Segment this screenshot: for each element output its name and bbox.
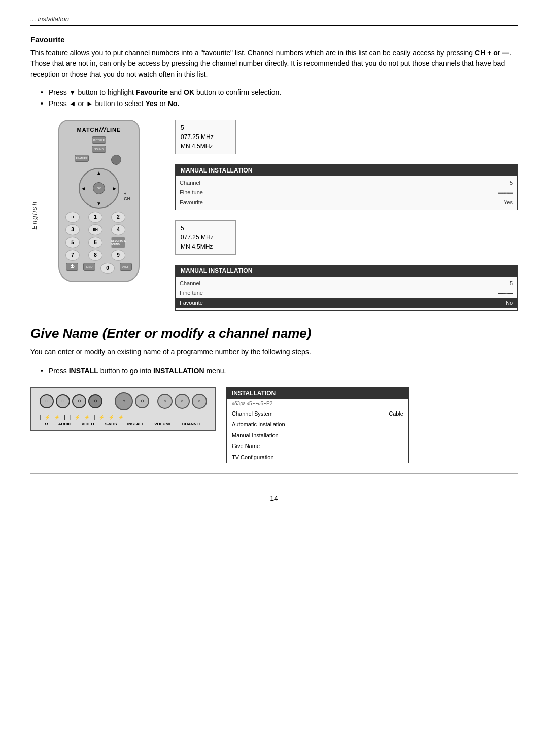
freq-2: 077.25 MHz [181,233,230,242]
btn-1[interactable]: 1 [88,212,102,223]
finetune-label: Fine tune [180,189,203,196]
btn-eh[interactable]: EH [88,224,102,235]
body-text-1: This feature allows you to put channel n… [30,49,511,78]
tv-btn-5[interactable]: ○ [115,392,133,410]
breadcrumb: ... installation [30,15,518,23]
channel-system-value: Cable [389,409,403,419]
feature-btn[interactable]: FEATURE [75,155,89,162]
svhs-label: S-VHS [105,422,117,426]
channel-connector: ⚡ [118,415,124,420]
audio-connector2: ⚡ [54,415,60,420]
btn-0[interactable]: 0 [100,263,115,274]
finetune-label-2: Fine tune [180,289,203,297]
menu-panel-1: MANUAL INSTALLATION Channel 5 Fine tune … [175,164,518,210]
sep2: | [70,415,71,420]
favourite-bold: Favourite [136,88,168,96]
sep3: | [94,415,95,420]
btn-ach[interactable]: A/CH [120,263,132,271]
tv-btn-6[interactable]: ⊙ [135,394,149,408]
bullet-item-1: Press ▼ button to highlight Favourite an… [41,87,518,98]
section-title: Favourite [30,35,518,44]
menu-row-channel-2: Channel 5 [176,279,517,288]
btn-6[interactable]: 6 [88,237,102,248]
menu-row-favourite2: Favourite No [176,298,517,308]
screen-group-1: 5 077.25 MHz MN 4.5MHz [175,120,518,154]
menu-row-channel: Channel 5 [176,178,517,188]
tv-btn-9[interactable]: ○ [192,394,207,409]
left-arrow-key: ◄ [69,99,76,108]
nav-down-btn[interactable]: ▼ [96,201,101,207]
volume-connector: ⚡ [109,415,114,420]
volume-label: VOLUME [154,422,172,426]
favourite2-label: Favourite [180,299,203,307]
sound-btn-row: SOUND [63,146,134,153]
btn-power2[interactable]: ⏻ [66,263,78,271]
channel-value-2: 5 [510,280,513,287]
content-area: English MATCH///LINE PICTURE SOUND FEATU… [30,120,518,311]
no-bold: No. [168,99,180,108]
remote-control: MATCH///LINE PICTURE SOUND FEATURE ▲ [58,120,140,282]
btn-8[interactable]: 8 [88,250,102,261]
btn-4[interactable]: 4 [111,224,125,235]
right-arrow-key: ► [86,99,93,108]
btn-3[interactable]: 3 [65,224,80,235]
menu-header-1: MANUAL INSTALLATION [176,165,517,176]
nav-right-btn[interactable]: ► [112,185,117,191]
btn-2[interactable]: 2 [111,212,125,223]
installation-bold: INSTALLATION [153,367,204,375]
ok-center-btn[interactable]: OK [93,182,105,194]
audio-connector: ⚡ [45,415,50,420]
install-item-channel-system: Channel System Cable [227,408,408,420]
btn-7[interactable]: 7 [65,250,80,261]
tv-btn-2[interactable]: ⊙ [56,394,70,408]
audio-label: AUDIO [58,422,72,426]
give-name-bullet-list: Press INSTALL button to go into INSTALLA… [41,365,518,376]
install-item-tv-config: TV Configuration [227,452,408,463]
system-1: MN 4.5MHz [181,142,230,151]
channel-num-1: 5 [181,123,230,132]
btn-incredible[interactable]: INCREDIBLE SOUND [111,237,125,248]
finetune-bar-2: ▪▪▪▪▪▪▪▪▪▪▪▪▪▪▪▪ [498,289,513,297]
tv-btn-1[interactable]: ⊙ [40,394,54,408]
favourite2-value: No [506,299,513,307]
connectors-row: | ⚡ ⚡ | | ⚡ ⚡ | ⚡ ⚡ ⚡ [40,415,207,420]
menu1-header-text: MANUAL INSTALLATION [181,167,512,174]
system-2: MN 4.5MHz [181,242,230,251]
install-item-auto: Automatic Installation [227,419,408,430]
install-menu-header: INSTALLATION [227,388,408,399]
install-bold: INSTALL [69,367,98,375]
section-body: This feature allows you to put channel n… [30,48,518,80]
sound-btn[interactable]: SOUND [92,146,106,153]
tv-btn-4[interactable]: ⊙ [88,394,102,408]
tv-buttons-row: ⊙ ⊙ ⊙ ⊙ ○ ⊙ ○ ○ ○ [40,392,207,410]
sep1: | [64,415,65,420]
btn-b[interactable]: B [65,212,80,223]
top-buttons-row: PICTURE [63,136,134,144]
brand-text: MATCH///LINE [77,127,121,133]
freq-1: 077.25 MHz [181,132,230,142]
btn-9[interactable]: 9 [111,250,125,261]
menu-row-favourite1: Favourite Yes [176,198,517,208]
nav-left-btn[interactable]: ◄ [81,185,86,191]
header-section: ... installation [30,15,518,26]
tv-btn-3[interactable]: ⊙ [72,394,86,408]
sidebar-english-label: English [30,201,38,230]
remote-brand: MATCH///LINE [63,126,134,133]
give-name-title: Give Name (Enter or modify a channel nam… [30,326,518,341]
channel-system-label: Channel System [232,409,273,419]
channel-label: Channel [180,179,200,187]
give-name-section: Give Name (Enter or modify a channel nam… [30,326,518,463]
btn-5[interactable]: 5 [65,237,80,248]
nav-up-btn[interactable]: ▲ [96,170,101,176]
picture-btn[interactable]: PICTURE [92,136,106,144]
install-menu-body: νδ3ρε ∂5ϜϜ∂5ϜΡ2 Channel System Cable Aut… [227,399,408,463]
power-btn[interactable] [111,155,121,165]
tv-btn-7[interactable]: ○ [157,394,173,409]
tv-btn-8[interactable]: ○ [175,394,190,409]
video-connector: ⚡ [75,415,80,420]
menu-panel-2: MANUAL INSTALLATION Channel 5 Fine tune … [175,265,518,311]
favourite-section: Favourite This feature allows you to put… [30,35,518,110]
down-arrow-key: ▼ [69,88,76,96]
btn-osd[interactable]: OSD [83,263,95,271]
favourite1-label: Favourite [180,199,203,207]
